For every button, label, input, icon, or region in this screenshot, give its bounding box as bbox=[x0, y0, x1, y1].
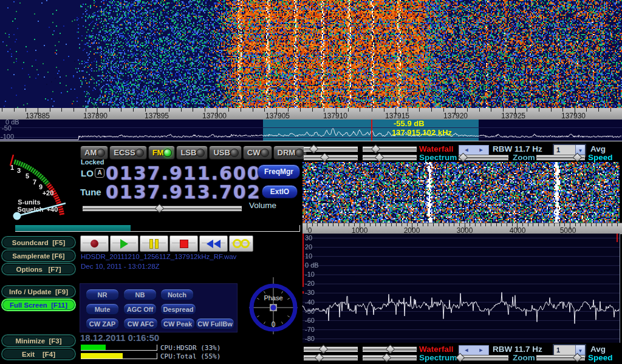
tune-cursor-line[interactable] bbox=[371, 120, 372, 141]
af-spectrum-trace bbox=[302, 234, 620, 343]
contrast-slider[interactable] bbox=[363, 146, 417, 152]
options-button[interactable]: Options [F7] bbox=[2, 264, 75, 274]
fullscreen-button[interactable]: Full Screen [F11] bbox=[2, 300, 75, 310]
rf-frequency-scale[interactable]: 137885 137890 137895 137900 137905 13791… bbox=[0, 108, 622, 120]
mode-label: CW bbox=[247, 148, 261, 157]
brightness-slider[interactable] bbox=[304, 146, 358, 152]
cw-afc-button-label: CW AFC bbox=[128, 320, 154, 328]
minimize-button[interactable]: Minimize [F3] bbox=[2, 335, 75, 346]
samplerate-button[interactable]: Samplerate [F6] bbox=[2, 251, 75, 261]
stop-button[interactable] bbox=[169, 235, 198, 252]
info-update-button[interactable]: Info / Update [F9] bbox=[2, 286, 75, 297]
tune-frequency-display[interactable]: 0137.913.702 bbox=[106, 181, 261, 203]
mode-label: AM bbox=[84, 148, 97, 157]
zoom-slider[interactable] bbox=[459, 354, 508, 361]
slider-track[interactable] bbox=[304, 355, 358, 360]
cpu-total-label: CPU:Total (55%) bbox=[160, 352, 220, 360]
waterfall-label[interactable]: Waterfall bbox=[419, 144, 454, 153]
info-update-button-label: Info / Update [F9] bbox=[9, 288, 68, 295]
loop-icon bbox=[241, 239, 250, 248]
loop-button[interactable] bbox=[229, 235, 253, 252]
speed-slider[interactable] bbox=[536, 154, 585, 161]
af-db-label: -50 bbox=[305, 308, 315, 315]
zoom-slider[interactable] bbox=[459, 154, 508, 161]
rf-spectrum-panel[interactable]: 0 dB -50 -100 -55.9 dB 137.915.102 kHz bbox=[0, 120, 622, 141]
speed-slider[interactable] bbox=[536, 354, 585, 361]
spectrum-label[interactable]: Spectrum bbox=[419, 353, 457, 362]
rbw-readout: RBW 11.7 Hz bbox=[493, 144, 542, 153]
rf-spectrum-trace bbox=[0, 120, 622, 141]
lo-auto-button[interactable]: A bbox=[95, 168, 104, 178]
slider-track[interactable] bbox=[363, 155, 417, 160]
exit-button[interactable]: Exit [F4] bbox=[2, 349, 75, 359]
mute-button[interactable]: Mute bbox=[86, 303, 119, 315]
mode-button-am[interactable]: AM bbox=[80, 146, 108, 160]
pause-icon bbox=[155, 239, 159, 249]
mode-button-lsb[interactable]: LSB bbox=[176, 146, 208, 160]
play-button[interactable] bbox=[110, 235, 138, 252]
af-db-label: -40 bbox=[305, 298, 315, 306]
cw-zap-button[interactable]: CW ZAP bbox=[86, 318, 119, 329]
notch-button[interactable]: Notch bbox=[160, 289, 194, 300]
cw-fullbw-button[interactable]: CW FullBw bbox=[196, 318, 234, 329]
record-button[interactable] bbox=[80, 235, 109, 252]
pause-button[interactable] bbox=[140, 235, 168, 252]
display-controls-bottom: Waterfall ◄► RBW 11.7 Hz 1▼ Avg Spectrum… bbox=[302, 344, 622, 362]
volume-label: Volume bbox=[249, 201, 276, 210]
squelch-level-bar[interactable] bbox=[15, 225, 300, 232]
rf-scale-label: 137905 bbox=[259, 112, 296, 120]
mode-label: DRM bbox=[278, 148, 296, 157]
mode-button-fm[interactable]: FM bbox=[148, 146, 176, 160]
slider-track[interactable] bbox=[459, 355, 508, 360]
contrast-slider[interactable] bbox=[363, 346, 417, 352]
mode-label: FM bbox=[152, 148, 164, 157]
agc-button[interactable]: AGC Off bbox=[123, 303, 157, 315]
phase-title: Phase bbox=[264, 294, 282, 302]
volume-slider[interactable] bbox=[83, 205, 242, 212]
af-waterfall[interactable] bbox=[302, 162, 620, 223]
extio-button[interactable]: ExtIO bbox=[262, 185, 298, 198]
contrast-slider-2[interactable] bbox=[363, 154, 417, 161]
scroll-right-icon[interactable]: ► bbox=[479, 147, 484, 153]
speed-label: Speed bbox=[588, 353, 613, 362]
freqmgr-button[interactable]: FreqMgr bbox=[258, 164, 300, 179]
locked-indicator: Locked bbox=[81, 158, 104, 166]
soundcard-button-label: Soundcard [F5] bbox=[12, 239, 66, 246]
scroll-right-icon[interactable]: ► bbox=[479, 348, 484, 353]
waterfall-label[interactable]: Waterfall bbox=[419, 345, 454, 354]
lo-frequency-display[interactable]: 0137.911.600 bbox=[106, 163, 261, 184]
brightness-slider-2[interactable] bbox=[304, 354, 358, 361]
slider-track[interactable] bbox=[304, 346, 358, 352]
slider-track[interactable] bbox=[304, 155, 358, 160]
mode-label: ECSS bbox=[114, 148, 135, 157]
rf-waterfall[interactable] bbox=[0, 0, 622, 108]
minimize-button-label: Minimize [F3] bbox=[15, 337, 61, 345]
despread-button[interactable]: Despread bbox=[160, 303, 196, 315]
soundcard-button[interactable]: Soundcard [F5] bbox=[2, 237, 75, 248]
mode-button-usb[interactable]: USB bbox=[209, 146, 241, 160]
spectrum-label[interactable]: Spectrum bbox=[419, 153, 457, 162]
squelch-needle-pivot[interactable] bbox=[13, 212, 21, 220]
nb-button[interactable]: NB bbox=[123, 289, 157, 300]
brightness-slider-2[interactable] bbox=[304, 154, 358, 161]
mode-button-drm[interactable]: DRM bbox=[273, 146, 307, 160]
zoom-label: Zoom bbox=[513, 153, 535, 162]
mode-button-cw[interactable]: CW bbox=[243, 146, 272, 160]
fullscreen-button-label: Full Screen [F11] bbox=[10, 302, 67, 309]
scroll-left-icon[interactable]: ◄ bbox=[464, 348, 470, 353]
cpu-total-bar bbox=[81, 353, 157, 359]
nr-button[interactable]: NR bbox=[86, 289, 119, 300]
mode-button-ecss[interactable]: ECSS bbox=[109, 146, 146, 160]
notch-button-label: Notch bbox=[168, 291, 186, 298]
freqmgr-button-label: FreqMgr bbox=[264, 167, 293, 176]
rewind-button[interactable] bbox=[199, 235, 228, 252]
cw-peak-button[interactable]: CW Peak bbox=[160, 318, 195, 329]
af-spectrum-panel[interactable]: 30 20 10 0 dB -10 -20 -30 -40 -50 -60 -7… bbox=[302, 234, 620, 343]
rf-db-label: -50 bbox=[2, 124, 12, 132]
brightness-slider[interactable] bbox=[304, 346, 358, 352]
s-units-label: S-units bbox=[18, 198, 40, 206]
contrast-slider-2[interactable] bbox=[363, 354, 417, 361]
cw-afc-button[interactable]: CW AFC bbox=[123, 318, 158, 329]
scroll-left-icon[interactable]: ◄ bbox=[464, 147, 470, 153]
af-frequency-scale[interactable]: 0 1000 2000 3000 4000 5000 bbox=[302, 223, 622, 234]
